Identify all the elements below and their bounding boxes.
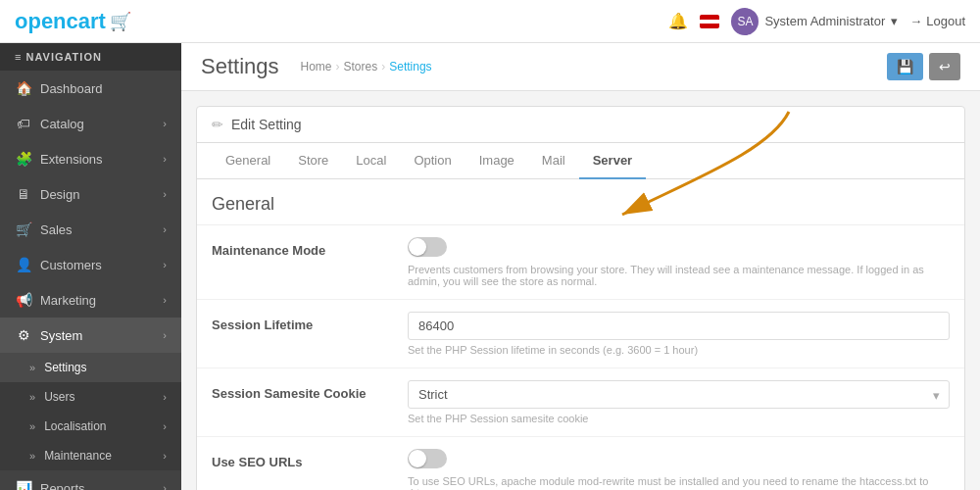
- chevron-right-icon: ›: [163, 188, 167, 200]
- sidebar-item-marketing[interactable]: 📢 Marketing ›: [0, 282, 181, 318]
- tab-store[interactable]: Store: [284, 143, 342, 179]
- bell-icon[interactable]: 🔔: [668, 12, 688, 30]
- chevron-double-right-icon: »: [29, 450, 35, 462]
- samesite-select[interactable]: Strict Lax None: [408, 380, 950, 409]
- settings-label: Settings: [44, 361, 86, 374]
- header-actions: 💾 ↩: [887, 53, 960, 80]
- sales-label: Sales: [40, 222, 73, 237]
- tab-general[interactable]: General: [212, 143, 284, 179]
- customers-label: Customers: [40, 258, 102, 272]
- maintenance-label: Maintenance: [44, 449, 112, 463]
- breadcrumb-stores[interactable]: Stores: [344, 60, 378, 74]
- nav-item-left: 👤 Customers: [15, 257, 102, 272]
- tab-option[interactable]: Option: [400, 143, 465, 179]
- sidebar-item-sales[interactable]: 🛒 Sales ›: [0, 212, 181, 247]
- form-group-maintenance: Maintenance Mode Prevents customers from…: [197, 225, 964, 300]
- session-lifetime-hint: Set the PHP Session lifetime in seconds …: [408, 344, 950, 356]
- system-label: System: [40, 328, 82, 343]
- content-wrapper: Settings Home › Stores › Settings 💾 ↩: [181, 43, 980, 490]
- logout-button[interactable]: → Logout: [909, 14, 965, 28]
- breadcrumb-home[interactable]: Home: [301, 60, 332, 74]
- maintenance-label: Maintenance Mode: [212, 237, 408, 258]
- chevron-right-icon: ›: [163, 294, 167, 306]
- seo-toggle[interactable]: [408, 449, 447, 468]
- user-chevron-icon: ▾: [891, 14, 898, 28]
- flag-icon[interactable]: [700, 15, 719, 28]
- logout-label: Logout: [926, 14, 965, 28]
- maintenance-control: Prevents customers from browsing your st…: [408, 237, 950, 287]
- logo-text-label: opencart: [15, 9, 106, 34]
- localisation-label: Localisation: [44, 419, 106, 433]
- sidebar-item-dashboard[interactable]: 🏠 Dashboard: [0, 71, 181, 106]
- panel-heading: ✏ Edit Setting: [197, 107, 964, 143]
- sidebar: ≡ NAVIGATION 🏠 Dashboard 🏷 Catalog › 🧩 E…: [0, 43, 181, 490]
- nav-item-left: 🏷 Catalog: [15, 116, 84, 131]
- top-navbar: opencart 🛒 🔔 SA System Administrator ▾ →…: [0, 0, 980, 43]
- edit-setting-panel: ✏ Edit Setting General Store Local Op: [196, 106, 965, 490]
- chevron-double-right-icon: »: [29, 362, 35, 373]
- header-left: Settings Home › Stores › Settings: [201, 54, 432, 79]
- reports-label: Reports: [40, 481, 85, 491]
- session-lifetime-input[interactable]: [408, 312, 950, 340]
- chevron-double-right-icon: »: [29, 420, 35, 432]
- content-header: Settings Home › Stores › Settings 💾 ↩: [181, 43, 980, 91]
- sidebar-item-reports[interactable]: 📊 Reports ›: [0, 470, 181, 490]
- tab-server[interactable]: Server: [579, 143, 646, 179]
- sidebar-item-system[interactable]: ⚙ System ›: [0, 318, 181, 353]
- nav-item-left: 🏠 Dashboard: [15, 80, 103, 96]
- samesite-select-wrap: Strict Lax None ▾: [408, 380, 950, 409]
- nav-item-left: ⚙ System: [15, 327, 82, 343]
- chevron-right-icon: ›: [163, 223, 167, 235]
- nav-item-left: 🧩 Extensions: [15, 151, 103, 167]
- logo-cart-icon: 🛒: [110, 11, 131, 32]
- sidebar-item-extensions[interactable]: 🧩 Extensions ›: [0, 141, 181, 176]
- system-icon: ⚙: [15, 327, 32, 343]
- dashboard-label: Dashboard: [40, 81, 103, 96]
- sidebar-item-users[interactable]: » Users ›: [0, 382, 181, 412]
- nav-item-left: 📊 Reports: [15, 480, 85, 490]
- nav-item-left: 🛒 Sales: [15, 221, 73, 237]
- form-group-samesite: Session Samesite Cookie Strict Lax None …: [197, 368, 964, 437]
- sidebar-item-catalog[interactable]: 🏷 Catalog ›: [0, 106, 181, 141]
- sidebar-item-design[interactable]: 🖥 Design ›: [0, 176, 181, 212]
- chevron-right-icon: ›: [163, 420, 167, 432]
- maintenance-hint: Prevents customers from browsing your st…: [408, 264, 950, 287]
- sidebar-item-maintenance[interactable]: » Maintenance ›: [0, 441, 181, 470]
- content-area: Settings Home › Stores › Settings 💾 ↩: [181, 43, 980, 490]
- customers-icon: 👤: [15, 257, 32, 272]
- breadcrumb-sep: ›: [381, 60, 385, 74]
- page-title: Settings: [201, 54, 279, 79]
- chevron-double-right-icon: »: [29, 391, 35, 403]
- back-button[interactable]: ↩: [929, 53, 960, 80]
- samesite-control: Strict Lax None ▾ Set the PHP Session sa…: [408, 380, 950, 424]
- sidebar-item-customers[interactable]: 👤 Customers ›: [0, 247, 181, 282]
- save-button[interactable]: 💾: [887, 53, 923, 80]
- toggle-knob: [409, 238, 426, 256]
- avatar: SA: [731, 8, 759, 35]
- breadcrumb-sep: ›: [336, 60, 340, 74]
- maintenance-toggle[interactable]: [408, 237, 447, 257]
- design-icon: 🖥: [15, 186, 32, 202]
- main-layout: ≡ NAVIGATION 🏠 Dashboard 🏷 Catalog › 🧩 E…: [0, 43, 980, 490]
- tab-mail[interactable]: Mail: [528, 143, 579, 179]
- reports-icon: 📊: [15, 480, 32, 490]
- tab-image[interactable]: Image: [466, 143, 528, 179]
- chevron-right-icon: ›: [163, 450, 167, 462]
- catalog-icon: 🏷: [15, 116, 32, 131]
- tab-local[interactable]: Local: [342, 143, 400, 179]
- dashboard-icon: 🏠: [15, 80, 32, 96]
- chevron-right-icon: ›: [163, 482, 167, 490]
- user-area[interactable]: SA System Administrator ▾: [731, 8, 898, 35]
- session-lifetime-control: Set the PHP Session lifetime in seconds …: [408, 312, 950, 356]
- extensions-label: Extensions: [40, 152, 103, 167]
- sidebar-item-settings[interactable]: » Settings: [0, 353, 181, 382]
- samesite-hint: Set the PHP Session samesite cookie: [408, 413, 950, 424]
- system-subnav: » Settings » Users › » Localisation ›: [0, 353, 181, 470]
- nav-item-left: 📢 Marketing: [15, 292, 96, 308]
- sidebar-item-localisation[interactable]: » Localisation ›: [0, 412, 181, 441]
- navbar-right: 🔔 SA System Administrator ▾ → Logout: [668, 8, 965, 35]
- sales-icon: 🛒: [15, 221, 32, 237]
- chevron-right-icon: ›: [163, 118, 167, 129]
- nav-item-left: 🖥 Design: [15, 186, 79, 202]
- seo-hint: To use SEO URLs, apache module mod-rewri…: [408, 475, 950, 490]
